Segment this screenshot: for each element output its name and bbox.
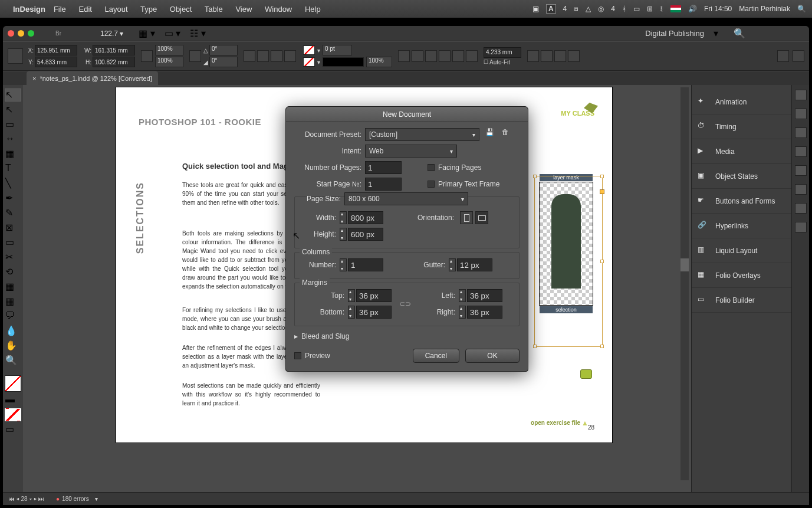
workspace-switcher[interactable]: Digital Publishing — [645, 29, 704, 38]
margin-left-field[interactable] — [467, 289, 502, 302]
pen-tool[interactable]: ✒ — [5, 192, 21, 205]
menubar-rec-icon[interactable]: ▣ — [532, 5, 539, 13]
flip-h-icon[interactable] — [271, 50, 282, 62]
document-tab[interactable]: × *notes_ps_1.indd @ 122% [Converted] — [27, 71, 158, 86]
panel-media[interactable]: ▶Media — [692, 139, 791, 164]
scale-x-field[interactable]: 100% — [155, 45, 183, 55]
constrain-scale-icon[interactable] — [189, 50, 201, 62]
opacity-icon[interactable] — [412, 50, 423, 62]
w-field[interactable] — [93, 45, 135, 55]
y-field[interactable] — [35, 57, 77, 67]
save-preset-icon[interactable]: 💾 — [485, 128, 498, 141]
reference-point-icon[interactable] — [8, 48, 23, 64]
rectangle-tool[interactable]: ▭ — [5, 236, 21, 249]
zoom-button[interactable] — [28, 30, 34, 37]
direct-select-tool[interactable]: ↖ — [5, 103, 21, 116]
panel-liquid-layout[interactable]: ▥Liquid Layout — [692, 238, 791, 263]
margin-right-stepper[interactable] — [459, 306, 466, 319]
rotate-cw-icon[interactable] — [257, 50, 269, 62]
menu-edit[interactable]: Edit — [78, 5, 91, 14]
collapsed-panel-1[interactable] — [795, 90, 807, 100]
constrain-icon[interactable] — [141, 50, 153, 62]
fill-none-icon[interactable] — [303, 45, 315, 55]
screen-mode-icon[interactable]: ▭ ▾ — [165, 28, 180, 39]
view-mode[interactable]: ▭ — [5, 423, 21, 436]
frame-tool[interactable]: ⊠ — [5, 221, 21, 234]
margin-bottom-field[interactable] — [356, 306, 392, 319]
preflight-errors[interactable]: 180 errors — [62, 496, 89, 502]
eyedropper-tool[interactable]: 💧 — [5, 325, 21, 337]
wrap-3-icon[interactable] — [452, 50, 464, 62]
wrap-2-icon[interactable] — [439, 50, 451, 62]
gutter-stepper[interactable] — [449, 258, 456, 271]
menubar-grid-icon[interactable]: ⊞ — [647, 5, 653, 13]
menu-view[interactable]: View — [235, 5, 252, 14]
close-button[interactable] — [8, 30, 14, 37]
app-menu[interactable]: InDesign — [13, 5, 45, 14]
preflight-menu[interactable]: ▾ — [95, 496, 98, 502]
gradient-tool[interactable]: ▦ — [5, 280, 21, 293]
gutter-field[interactable] — [457, 258, 492, 271]
menubar-display-icon[interactable]: ▭ — [633, 5, 640, 13]
h-field[interactable] — [93, 57, 135, 67]
menubar-drive-icon[interactable]: △ — [586, 5, 591, 13]
minimize-button[interactable] — [18, 30, 24, 37]
line-tool[interactable]: ╲ — [5, 177, 21, 190]
transform-tool[interactable]: ⟲ — [5, 266, 21, 278]
page-tool[interactable]: ▭ — [5, 118, 21, 131]
collapsed-panel-8[interactable] — [795, 222, 807, 232]
preview-checkbox[interactable] — [294, 352, 301, 359]
margin-left-stepper[interactable] — [459, 289, 466, 302]
menubar-cc-icon[interactable]: ◎ — [598, 5, 604, 13]
menubar-spotlight-icon[interactable]: 🔍 — [797, 5, 806, 13]
menubar-dropbox-icon[interactable]: ⧈ — [574, 5, 578, 13]
menubar-user[interactable]: Martin Perhiniak — [739, 5, 790, 13]
scale-y-field[interactable]: 100% — [155, 57, 183, 67]
tint-field[interactable]: 100% — [366, 57, 392, 67]
selection-frame[interactable] — [534, 176, 603, 347]
menu-type[interactable]: Type — [140, 5, 157, 14]
ok-button[interactable]: OK — [465, 349, 520, 363]
pages-field[interactable] — [365, 161, 402, 174]
panel-object-states[interactable]: ▣Object States — [692, 164, 791, 189]
collapsed-panel-7[interactable] — [795, 203, 807, 214]
gap-tool[interactable]: ↔ — [5, 133, 21, 146]
selection-tool[interactable]: ↖ — [5, 89, 21, 101]
menu-help[interactable]: Help — [305, 5, 321, 14]
margin-top-field[interactable] — [356, 289, 392, 302]
panel-folio-overlays[interactable]: ▦Folio Overlays — [692, 263, 791, 288]
height-stepper[interactable] — [340, 228, 347, 241]
flip-v-icon[interactable] — [284, 50, 296, 62]
menu-table[interactable]: Table — [205, 5, 223, 14]
view-options-icon[interactable]: ▦ ▾ — [139, 28, 154, 39]
width-stepper[interactable] — [340, 211, 347, 224]
collapsed-panel-4[interactable] — [795, 146, 807, 157]
menubar-volume-icon[interactable]: 🔊 — [688, 5, 697, 13]
menubar-clock[interactable]: Fri 14:50 — [704, 5, 732, 13]
autofit-check[interactable]: ☐ — [484, 59, 488, 65]
panel-buttons-forms[interactable]: ☛Buttons and Forms — [692, 189, 791, 214]
fx-icon[interactable] — [398, 50, 410, 62]
margin-right-field[interactable] — [467, 306, 502, 319]
fill-stroke-swap[interactable] — [5, 375, 21, 392]
height-field[interactable] — [348, 228, 383, 241]
hand-tool[interactable]: ✋ — [5, 339, 21, 352]
x-field[interactable] — [35, 45, 77, 55]
fit-3-icon[interactable] — [554, 50, 566, 62]
orientation-landscape[interactable] — [475, 211, 488, 224]
primary-frame-checkbox[interactable] — [428, 181, 435, 188]
col-number-field[interactable] — [348, 258, 383, 271]
type-tool[interactable]: T — [5, 162, 21, 175]
width-field[interactable] — [348, 211, 383, 224]
rotate-field[interactable]: 0° — [209, 45, 238, 55]
menu-window[interactable]: Window — [265, 5, 292, 14]
status-page-nav[interactable]: ⏮ ◀ 28 ▾ ▶ ⏭ — [9, 496, 44, 502]
menubar-wifi-icon[interactable]: ⧙ — [660, 5, 663, 13]
margin-bottom-stepper[interactable] — [348, 306, 355, 319]
rotate-ccw-icon[interactable] — [244, 50, 255, 62]
stroke-weight[interactable]: 0 pt — [323, 45, 352, 55]
quick-apply-icon[interactable] — [777, 50, 789, 62]
apply-none[interactable] — [5, 408, 21, 421]
bridge-icon[interactable]: Br — [55, 30, 61, 37]
corner-icon[interactable] — [466, 50, 478, 62]
